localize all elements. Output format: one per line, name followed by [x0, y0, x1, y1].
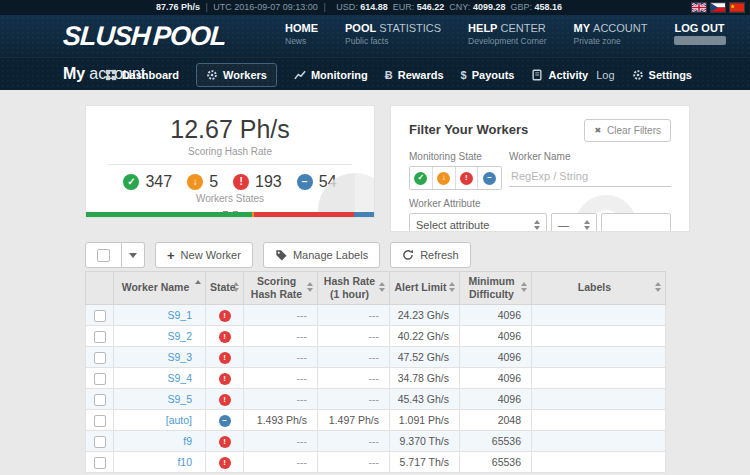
main-nav: HOME News POOLSTATISTICS Public facts HE…: [285, 22, 695, 46]
worker-state-icon: !: [219, 352, 231, 364]
labels-cell: [532, 326, 666, 347]
currency-item: EUR: 546.22: [393, 2, 445, 12]
worker-state-count: ↓5: [187, 173, 218, 191]
username-redacted: [674, 36, 726, 45]
row-checkbox[interactable]: [94, 352, 106, 364]
worker-state-icon: !: [219, 310, 231, 322]
tag-icon: [275, 249, 287, 261]
clear-filters-button[interactable]: ✖ Clear Filters: [584, 119, 671, 142]
alert-limit-cell: 1.091 Ph/s: [390, 410, 460, 431]
scoring-hashrate-value: 12.67 Ph/s: [86, 115, 374, 144]
language-flags: [692, 3, 744, 12]
scoring-hashrate-cell: ---: [244, 347, 318, 368]
state-filter-button[interactable]: ↓: [433, 167, 456, 189]
col-labels[interactable]: Labels: [532, 272, 666, 305]
row-checkbox[interactable]: [94, 415, 106, 427]
state-icon: !: [460, 172, 473, 185]
attribute-value-input[interactable]: [601, 213, 671, 232]
labels-cell: [532, 368, 666, 389]
worker-name-link[interactable]: S9_2: [167, 330, 192, 342]
state-bar-segment: [254, 212, 353, 217]
state-filter-button[interactable]: !: [456, 167, 479, 189]
worker-name-link[interactable]: S9_5: [167, 393, 192, 405]
tab-rewards[interactable]: Ƀ Rewards: [385, 64, 444, 86]
flag-czech-icon[interactable]: [711, 3, 725, 12]
row-checkbox[interactable]: [94, 457, 106, 469]
sort-icon: [521, 282, 527, 292]
state-filter-button[interactable]: ✓: [410, 167, 433, 189]
scoring-hashrate-card: 12.67 Ph/s Scoring Hash Rate ✓347↓5!193−…: [85, 105, 375, 218]
currency-item: CNY: 4099.28: [449, 2, 505, 12]
worker-name-link[interactable]: f10: [177, 456, 192, 468]
min-difficulty-cell: 65536: [460, 431, 532, 452]
state-bar-segment: [354, 212, 374, 217]
select-all-checkbox-button[interactable]: [85, 242, 122, 268]
state-filter-button[interactable]: −: [478, 167, 501, 189]
nav-home[interactable]: HOME News: [285, 22, 318, 46]
worker-name-input[interactable]: [509, 166, 671, 187]
tab-payouts[interactable]: $ Payouts: [461, 64, 515, 86]
worker-name-link[interactable]: S9_1: [167, 309, 192, 321]
alert-limit-cell: 9.370 Th/s: [390, 431, 460, 452]
new-worker-button[interactable]: + New Worker: [155, 242, 253, 268]
selection-dropdown-button[interactable]: [122, 242, 145, 268]
col-hashrate-1h[interactable]: Hash Rate (1 hour): [318, 272, 390, 305]
worker-name-label: Worker Name: [509, 151, 671, 162]
row-checkbox[interactable]: [94, 436, 106, 448]
attribute-select[interactable]: Select attribute: [409, 213, 547, 232]
scoring-hashrate-cell: ---: [244, 368, 318, 389]
scoring-hashrate-cell: 1.493 Ph/s: [244, 410, 318, 431]
operator-select[interactable]: —: [551, 213, 597, 232]
select-all-checkbox[interactable]: [97, 249, 110, 262]
tab-dashboard[interactable]: Dashboard: [105, 64, 179, 86]
nav-help-center[interactable]: HELPCENTER Development Corner: [468, 22, 546, 46]
col-scoring-hashrate[interactable]: Scoring Hash Rate: [244, 272, 318, 305]
state-icon: ↓: [187, 174, 203, 190]
worker-state-icon: !: [219, 331, 231, 343]
min-difficulty-cell: 4096: [460, 326, 532, 347]
worker-name-link[interactable]: [auto]: [166, 414, 192, 426]
min-difficulty-cell: 4096: [460, 347, 532, 368]
row-checkbox[interactable]: [94, 373, 106, 385]
worker-name-link[interactable]: S9_4: [167, 372, 192, 384]
scoring-hashrate-cell: ---: [244, 305, 318, 326]
col-alert-limit[interactable]: Alert Limit: [390, 272, 460, 305]
tab-activity-log[interactable]: ActivityLog: [531, 64, 614, 86]
flag-uk-icon[interactable]: [692, 3, 706, 12]
state-icon: −: [297, 174, 313, 190]
currency-item: USD: 614.88: [336, 2, 388, 12]
worker-name-link[interactable]: S9_3: [167, 351, 192, 363]
nav-log-out[interactable]: LOG OUT: [674, 22, 726, 46]
alert-limit-cell: 40.22 Gh/s: [390, 326, 460, 347]
manage-labels-button[interactable]: Manage Labels: [263, 242, 380, 268]
refresh-button[interactable]: Refresh: [390, 242, 471, 268]
account-subnav: Myaccount Dashboard Workers Monitoring Ƀ…: [0, 57, 750, 90]
tab-settings[interactable]: Settings: [632, 64, 692, 86]
worker-name-link[interactable]: f9: [183, 435, 192, 447]
worker-state-count: ✓347: [123, 173, 172, 191]
pool-hashrate: 87.76 Ph/s: [156, 2, 200, 12]
worker-row: f9 ! --- --- 9.370 Th/s 65536: [86, 431, 666, 452]
labels-cell: [532, 305, 666, 326]
worker-row: S9_5 ! --- --- 45.43 Gh/s 4096: [86, 389, 666, 410]
tab-workers[interactable]: Workers: [196, 63, 277, 87]
scoring-hashrate-cell: ---: [244, 452, 318, 473]
row-checkbox[interactable]: [94, 310, 106, 322]
col-worker-name[interactable]: Worker Name: [114, 272, 206, 305]
state-icon: ✓: [414, 172, 427, 185]
row-checkbox[interactable]: [94, 394, 106, 406]
worker-state-icon: !: [219, 436, 231, 448]
flag-china-icon[interactable]: [730, 3, 744, 12]
workers-toolbar: + New Worker Manage Labels Refresh: [85, 242, 471, 268]
tab-monitoring[interactable]: Monitoring: [294, 64, 368, 86]
hashrate-1h-cell: 1.497 Ph/s: [318, 410, 390, 431]
nav-my-account[interactable]: MYACCOUNT Private zone: [574, 22, 648, 46]
filter-title: Filter Your Workers: [409, 119, 528, 137]
nav-pool-statistics[interactable]: POOLSTATISTICS Public facts: [345, 22, 441, 46]
col-minimum-difficulty[interactable]: Minimum Difficulty: [460, 272, 532, 305]
col-state[interactable]: State: [206, 272, 244, 305]
worker-state-icon: !: [219, 373, 231, 385]
row-checkbox[interactable]: [94, 331, 106, 343]
slushpool-logo[interactable]: SLUSH POOL: [62, 21, 227, 52]
alert-limit-cell: 47.52 Gh/s: [390, 347, 460, 368]
